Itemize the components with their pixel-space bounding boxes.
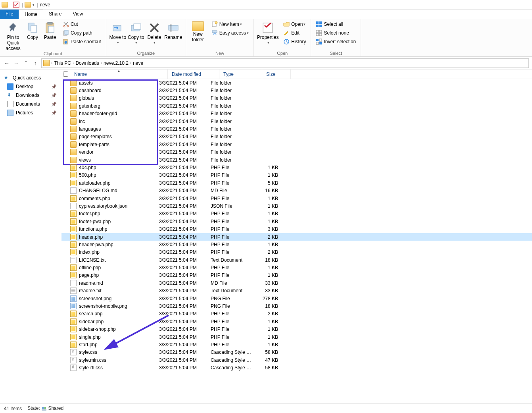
tab-file[interactable]: File xyxy=(0,10,19,19)
edit-button[interactable]: Edit xyxy=(282,29,307,37)
table-row[interactable]: readme.txt3/3/2021 5:04 PMText Document3… xyxy=(61,287,532,295)
file-type: MD File xyxy=(211,188,254,193)
table-row[interactable]: assets3/3/2021 5:04 PMFile folder xyxy=(61,79,532,87)
file-date: 3/3/2021 5:04 PM xyxy=(159,219,211,224)
invert-selection-button[interactable]: Invert selection xyxy=(314,37,357,46)
sidebar-item-pictures[interactable]: Pictures📌 xyxy=(2,108,59,117)
tab-share[interactable]: Share xyxy=(43,10,67,19)
table-row[interactable]: page-templates3/3/2021 5:04 PMFile folde… xyxy=(61,133,532,141)
table-row[interactable]: dashboard3/3/2021 5:04 PMFile folder xyxy=(61,87,532,94)
table-row[interactable]: CHANGELOG.md3/3/2021 5:04 PMMD File16 KB xyxy=(61,187,532,194)
table-row[interactable]: template-parts3/3/2021 5:04 PMFile folde… xyxy=(61,141,532,148)
table-row[interactable]: header-footer-grid3/3/2021 5:04 PMFile f… xyxy=(61,110,532,118)
move-to-button[interactable]: Move to▾ xyxy=(109,20,127,44)
table-row[interactable]: style-rtl.css3/3/2021 5:04 PMCascading S… xyxy=(61,364,532,371)
table-row[interactable]: start.php3/3/2021 5:04 PMPHP File1 KB xyxy=(61,341,532,348)
column-name[interactable]: Name▲ xyxy=(70,69,168,79)
table-row[interactable]: views3/3/2021 5:04 PMFile folder xyxy=(61,156,532,164)
table-row[interactable]: page.php3/3/2021 5:04 PMPHP File1 KB xyxy=(61,272,532,279)
table-row[interactable]: comments.php3/3/2021 5:04 PMPHP File1 KB xyxy=(61,195,532,202)
properties-button[interactable]: Properties▾ xyxy=(256,20,279,44)
table-row[interactable]: languages3/3/2021 5:04 PMFile folder xyxy=(61,125,532,133)
table-row[interactable]: footer.php3/3/2021 5:04 PMPHP File1 KB xyxy=(61,210,532,218)
table-row[interactable]: single.php3/3/2021 5:04 PMPHP File1 KB xyxy=(61,333,532,341)
file-date: 3/3/2021 5:04 PM xyxy=(159,265,211,270)
header-checkbox[interactable] xyxy=(61,69,70,79)
new-item-button[interactable]: New item▾ xyxy=(210,20,250,29)
table-row[interactable]: LICENSE.txt3/3/2021 5:04 PMText Document… xyxy=(61,256,532,264)
sidebar-quickaccess[interactable]: ★ Quick access xyxy=(2,73,59,82)
chevron-right-icon[interactable]: › xyxy=(130,61,131,65)
table-row[interactable]: index.php3/3/2021 5:04 PMPHP File2 KB xyxy=(61,249,532,256)
table-row[interactable]: screenshot.png3/3/2021 5:04 PMPNG File27… xyxy=(61,295,532,302)
breadcrumb-item[interactable]: neve xyxy=(133,60,143,66)
table-row[interactable]: header.php3/3/2021 5:04 PMPHP File2 KB xyxy=(61,233,532,241)
qat-overflow[interactable]: ▾ xyxy=(33,3,35,7)
table-row[interactable]: functions.php3/3/2021 5:04 PMPHP File3 K… xyxy=(61,225,532,233)
new-folder-button[interactable]: New folder xyxy=(188,20,207,43)
php-icon xyxy=(70,210,77,217)
table-row[interactable]: readme.md3/3/2021 5:04 PMMD File33 KB xyxy=(61,279,532,287)
table-row[interactable]: sidebar-shop.php3/3/2021 5:04 PMPHP File… xyxy=(61,326,532,333)
table-row[interactable]: style.css3/3/2021 5:04 PMCascading Style… xyxy=(61,349,532,356)
checkbox-icon[interactable] xyxy=(13,2,19,8)
breadcrumb-item[interactable]: neve.2.10.2 xyxy=(104,60,129,66)
sidebar-item-documents[interactable]: Documents📌 xyxy=(2,100,59,108)
breadcrumb-item[interactable]: Downloads xyxy=(75,60,99,66)
column-date[interactable]: Date modified xyxy=(168,69,219,79)
pin-to-quickaccess-button[interactable]: Pin to Quick access xyxy=(2,20,24,51)
copy-path-button[interactable]: Copy path xyxy=(61,29,103,37)
table-row[interactable]: gutenberg3/3/2021 5:04 PMFile folder xyxy=(61,102,532,110)
file-date: 3/3/2021 5:04 PM xyxy=(159,280,211,286)
sidebar-item-desktop[interactable]: Desktop📌 xyxy=(2,82,59,91)
column-type[interactable]: Type xyxy=(219,69,262,79)
history-button[interactable]: History xyxy=(282,37,307,46)
select-all-button[interactable]: Select all xyxy=(314,20,357,29)
table-row[interactable]: style.min.css3/3/2021 5:04 PMCascading S… xyxy=(61,356,532,364)
table-row[interactable]: 500.php3/3/2021 5:04 PMPHP File1 KB xyxy=(61,172,532,179)
file-type: File folder xyxy=(211,119,254,124)
copy-to-button[interactable]: Copy to▾ xyxy=(127,20,145,44)
file-rows[interactable]: assets3/3/2021 5:04 PMFile folderdashboa… xyxy=(61,79,532,403)
window-title: neve xyxy=(40,2,50,8)
nav-recent-button[interactable]: ˅ xyxy=(22,61,29,65)
rename-button[interactable]: Rename xyxy=(163,20,183,41)
chevron-right-icon[interactable]: › xyxy=(73,61,74,65)
tab-home[interactable]: Home xyxy=(19,10,43,19)
svg-rect-4 xyxy=(48,22,52,24)
open-button[interactable]: Open▾ xyxy=(282,20,307,29)
table-row[interactable]: 404.php3/3/2021 5:04 PMPHP File1 KB xyxy=(61,164,532,171)
table-row[interactable]: cypress.storybook.json3/3/2021 5:04 PMJS… xyxy=(61,202,532,210)
table-row[interactable]: autoloader.php3/3/2021 5:04 PMPHP File5 … xyxy=(61,179,532,187)
easy-access-button[interactable]: Easy access▾ xyxy=(210,29,250,37)
nav-back-button[interactable]: ← xyxy=(3,60,10,66)
select-all-checkbox[interactable] xyxy=(63,71,68,77)
table-row[interactable]: vendor3/3/2021 5:04 PMFile folder xyxy=(61,149,532,156)
table-row[interactable]: search.php3/3/2021 5:04 PMPHP File2 KB xyxy=(61,310,532,318)
file-name: vendor xyxy=(79,149,94,155)
tab-view[interactable]: View xyxy=(67,10,88,19)
table-row[interactable]: footer-pwa.php3/3/2021 5:04 PMPHP File1 … xyxy=(61,218,532,225)
php-icon xyxy=(70,172,77,178)
file-name: page.php xyxy=(79,272,99,278)
nav-forward-button[interactable]: → xyxy=(13,60,20,66)
table-row[interactable]: globals3/3/2021 5:04 PMFile folder xyxy=(61,95,532,102)
table-row[interactable]: sidebar.php3/3/2021 5:04 PMPHP File1 KB xyxy=(61,318,532,325)
table-row[interactable]: offline.php3/3/2021 5:04 PMPHP File1 KB xyxy=(61,264,532,271)
sidebar-item-downloads[interactable]: ⬇Downloads📌 xyxy=(2,91,59,100)
table-row[interactable]: inc3/3/2021 5:04 PMFile folder xyxy=(61,118,532,125)
breadcrumb-item[interactable]: This PC xyxy=(54,60,71,66)
address-bar[interactable]: › This PC › Downloads › neve.2.10.2 › ne… xyxy=(41,58,529,68)
paste-button[interactable]: Paste xyxy=(41,20,59,41)
column-size[interactable]: Size xyxy=(262,69,291,79)
select-none-button[interactable]: Select none xyxy=(314,29,357,37)
table-row[interactable]: screenshot-mobile.png3/3/2021 5:04 PMPNG… xyxy=(61,302,532,310)
chevron-right-icon[interactable]: › xyxy=(51,61,52,65)
table-row[interactable]: header-pwa.php3/3/2021 5:04 PMPHP File1 … xyxy=(61,241,532,248)
nav-up-button[interactable]: ↑ xyxy=(32,60,39,66)
cut-button[interactable]: Cut xyxy=(61,20,103,29)
chevron-right-icon[interactable]: › xyxy=(101,61,102,65)
delete-button[interactable]: Delete▾ xyxy=(145,20,163,44)
paste-shortcut-button[interactable]: Paste shortcut xyxy=(61,37,103,46)
copy-button[interactable]: Copy xyxy=(24,20,41,41)
